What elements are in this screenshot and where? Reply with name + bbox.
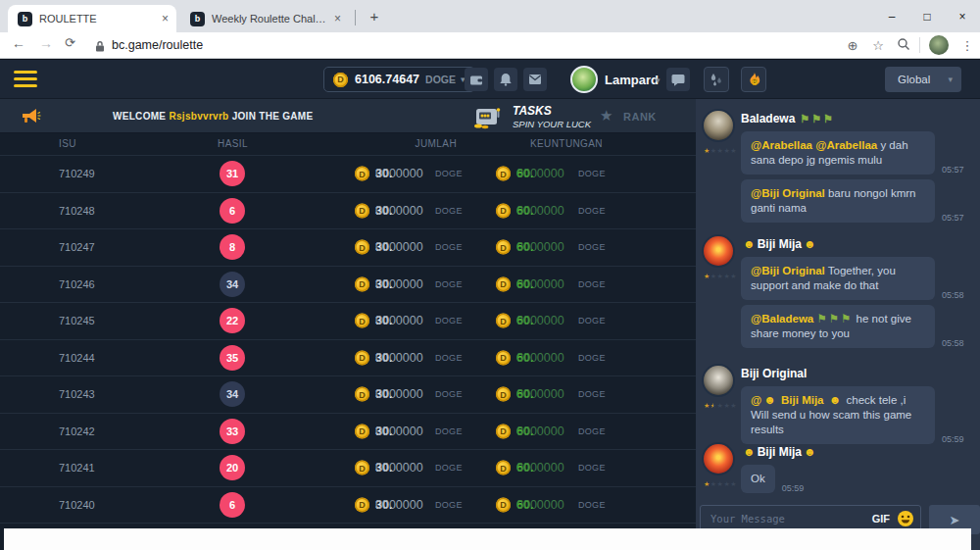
star-icon: ★ xyxy=(730,402,737,409)
send-icon: ➤ xyxy=(950,513,960,527)
message-time: 05:58 xyxy=(942,290,964,300)
table-row[interactable]: 71024435D30.0000000DOGED60.0000000DOGE xyxy=(0,340,696,377)
new-tab-button[interactable]: + xyxy=(365,7,384,26)
chat-username[interactable]: Baladewa xyxy=(741,112,795,125)
messages-button[interactable] xyxy=(523,68,547,91)
doge-coin-icon: D xyxy=(496,350,511,365)
chevron-down-icon[interactable]: ▾ xyxy=(656,75,661,85)
chat-room-dropdown[interactable]: Global ▾ xyxy=(885,67,961,92)
table-row[interactable]: 71024522D30.0000000DOGED60.0000000DOGE xyxy=(0,303,696,340)
bookmark-star-icon[interactable]: ☆ xyxy=(865,38,891,53)
currency-unit: DOGE xyxy=(435,279,463,289)
table-row[interactable]: 71024634D30.0000000DOGED60.0000000DOGE xyxy=(0,267,696,304)
forward-icon[interactable]: → xyxy=(39,35,53,51)
mention[interactable]: @Arabellaa xyxy=(815,139,877,151)
mention[interactable]: @ xyxy=(751,394,761,406)
chat-message: ★★★★★Biji Original@☻ Biji Mija ☻ check t… xyxy=(704,366,972,444)
maximize-button[interactable]: □ xyxy=(909,10,945,24)
install-app-icon[interactable]: ⊕ xyxy=(840,38,865,53)
chat-username[interactable]: Biji Mija xyxy=(758,237,802,251)
bc-game-page: D 6106.74647 DOGE ▾ Lampard ▾ xyxy=(0,59,980,550)
avatar[interactable] xyxy=(704,111,733,140)
close-button[interactable]: × xyxy=(945,10,980,24)
rain-button[interactable] xyxy=(704,67,729,92)
browser-profile-avatar[interactable] xyxy=(929,35,949,55)
user-name[interactable]: Lampard xyxy=(605,73,659,87)
amount-fraction: 0000000 xyxy=(375,387,423,401)
avatar[interactable] xyxy=(704,236,733,266)
flag-emoji-icons: ⚑⚑⚑ xyxy=(800,113,835,125)
grin-emoji-icon: ☻ xyxy=(804,445,816,459)
address-bar: ← → ⟳ bc.game/roulette ⊕ ☆ ⋮ xyxy=(0,32,980,59)
minimize-button[interactable]: – xyxy=(874,10,909,24)
tasks-title[interactable]: TASKS xyxy=(513,104,552,118)
tab-close-icon[interactable]: × xyxy=(162,12,169,25)
message-time: 05:57 xyxy=(942,213,964,223)
search-icon[interactable] xyxy=(891,37,916,54)
browser-tab-active[interactable]: b ROULETTE × xyxy=(8,5,176,32)
table-row[interactable]: 7102406D30.0000000DOGED60.0000000DOGE xyxy=(0,487,696,525)
browser-menu-icon[interactable]: ⋮ xyxy=(955,38,980,53)
notifications-button[interactable] xyxy=(494,68,517,91)
chat-toggle-button[interactable] xyxy=(666,68,690,91)
table-row[interactable]: 71024120D30.0000000DOGED60.0000000DOGE xyxy=(0,450,696,487)
coin-drop-button[interactable]: D xyxy=(741,67,766,92)
mention[interactable]: @Biji Original xyxy=(751,187,825,199)
chat-message: ★★★★★☻Biji Mija☻@Biji Original Together,… xyxy=(704,236,972,348)
amount-fraction: 0000000 xyxy=(375,167,423,180)
reload-icon[interactable]: ⟳ xyxy=(65,35,75,50)
chat-bubble-icon xyxy=(671,74,685,86)
chat-username[interactable]: Biji Original xyxy=(741,367,807,380)
wallet-button[interactable] xyxy=(465,68,488,91)
balance-currency: DOGE xyxy=(425,74,456,85)
result-badge: 34 xyxy=(220,381,245,407)
menu-hamburger-icon[interactable] xyxy=(14,71,37,87)
chat-username[interactable]: Biji Mija xyxy=(758,445,802,459)
amount-fraction: 0000000 xyxy=(375,498,423,512)
star-icon: ★ xyxy=(710,273,717,279)
smiley-icon xyxy=(897,510,914,527)
back-icon[interactable]: ← xyxy=(12,35,25,51)
user-avatar[interactable] xyxy=(570,66,598,93)
browser-tab-inactive[interactable]: b Weekly Roulette Challenge - Win × xyxy=(180,5,349,32)
doge-coin-icon: D xyxy=(355,497,369,512)
round-id: 710249 xyxy=(59,168,95,179)
user-rating: ★★★★★ xyxy=(704,147,737,155)
message-input[interactable] xyxy=(710,513,865,525)
chat-bubble: @Arabellaa @Arabellaa y dah sana depo jg… xyxy=(741,131,935,175)
user-rating: ★★★★★ xyxy=(704,480,737,488)
gif-button[interactable]: GIF xyxy=(872,513,890,525)
mention[interactable]: Biji Mija xyxy=(778,394,827,406)
emoji-button[interactable] xyxy=(897,510,914,527)
message-box[interactable]: GIF xyxy=(700,505,921,531)
url-text[interactable]: bc.game/roulette xyxy=(112,38,203,52)
currency-unit: DOGE xyxy=(435,169,463,178)
chat-message: ★★★★★Baladewa⚑⚑⚑@Arabellaa @Arabellaa y … xyxy=(704,111,972,223)
avatar[interactable] xyxy=(704,444,733,474)
bubble-row: @Arabellaa @Arabellaa y dah sana depo jg… xyxy=(741,131,972,175)
mention[interactable]: @Biji Original xyxy=(751,265,825,276)
star-icon: ★ xyxy=(704,273,710,279)
chat-bubble: @Biji Original baru nongol kmrn ganti na… xyxy=(741,179,935,223)
table-row[interactable]: 71024233D30.0000000DOGED60.0000000DOGE xyxy=(0,414,696,451)
tab-close-icon[interactable]: × xyxy=(334,12,341,25)
avatar[interactable] xyxy=(704,366,733,395)
mention[interactable]: @Arabellaa xyxy=(751,139,812,151)
doge-coin-icon: D xyxy=(496,276,511,291)
doge-coin-icon: D xyxy=(333,73,348,87)
table-row[interactable]: 7102478D30.0000000DOGED60.0000000DOGE xyxy=(0,229,696,267)
slot-machine-icon[interactable] xyxy=(473,105,501,133)
amount-fraction: 0000000 xyxy=(516,498,564,512)
message-body: ☻Biji Mija☻@Biji Original Together, you … xyxy=(741,236,972,348)
balance-selector[interactable]: D 6106.74647 DOGE ▾ xyxy=(323,67,475,92)
table-row[interactable]: 71024334D30.0000000DOGED60.0000000DOGE xyxy=(0,376,696,414)
chat-message: ★★★★★☻Biji Mija☻Ok05:59 xyxy=(704,444,972,493)
round-id: 710247 xyxy=(59,241,95,253)
announcement-banner: WELCOME Rsjsbvvrvrb JOIN THE GAME TASKS … xyxy=(0,99,696,133)
table-row[interactable]: 7102486D30.0000000DOGED60.0000000DOGE xyxy=(0,193,696,230)
rank-label[interactable]: RANK xyxy=(623,111,657,123)
mention[interactable]: @Baladewa xyxy=(751,313,816,325)
amount-fraction: 0000000 xyxy=(516,387,564,401)
grin-emoji-icon: ☻ xyxy=(743,237,756,251)
table-row[interactable]: 71024931D30.0000000DOGED60.0000000DOGE xyxy=(0,156,696,193)
